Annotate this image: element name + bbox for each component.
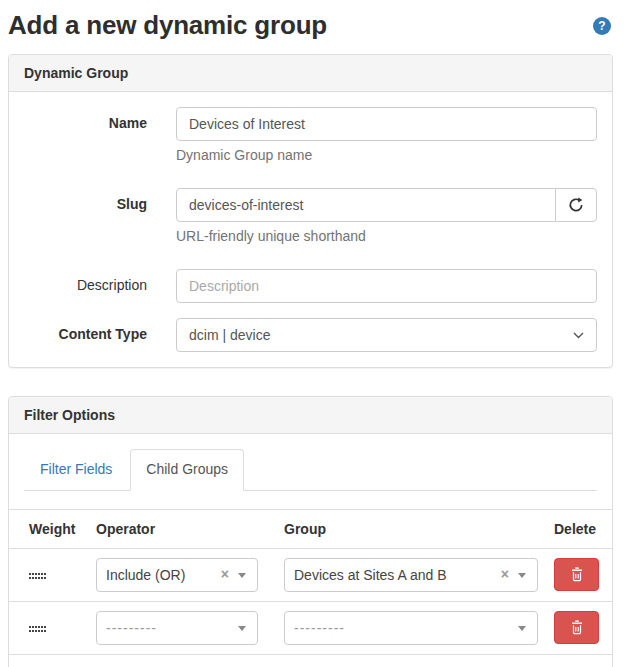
child-group-row: Include (OR) × Devices at Sites A and B … [9,548,612,601]
slug-help-text: URL-friendly unique shorthand [176,228,597,244]
caret-down-icon [518,573,526,578]
slug-input[interactable] [176,188,556,222]
content-type-label: Content Type [24,318,147,352]
slug-label: Slug [24,188,147,254]
tab-child-groups[interactable]: Child Groups [130,449,244,491]
filter-tabs: Filter Fields Child Groups [24,449,597,491]
column-header-group: Group [276,509,546,548]
filter-tabs-wrap: Filter Fields Child Groups [9,434,612,491]
delete-row-button[interactable] [554,611,599,644]
chevron-down-icon [573,332,584,339]
filter-options-panel-title: Filter Options [9,397,612,434]
page-container: Add a new dynamic group ? Dynamic Group … [8,10,613,667]
drag-handle-icon[interactable] [29,571,46,582]
column-header-delete: Delete [546,509,612,548]
trash-icon [570,567,584,582]
question-icon[interactable]: ? [593,17,611,35]
clear-selection-icon[interactable]: × [221,567,229,581]
name-input[interactable] [176,107,597,141]
trash-icon [570,620,584,635]
page-title: Add a new dynamic group [8,10,327,41]
group-select[interactable]: --------- [284,611,538,645]
caret-down-icon [518,626,526,631]
page-header: Add a new dynamic group ? [8,10,613,41]
content-type-select[interactable]: dcim | device [176,318,597,352]
group-select[interactable]: Devices at Sites A and B × [284,558,538,592]
refresh-icon [568,197,584,213]
child-group-row-partial [9,654,612,667]
operator-select[interactable]: --------- [96,611,258,645]
dynamic-group-panel: Dynamic Group Name Dynamic Group name Sl… [8,54,613,368]
name-field-group: Name Dynamic Group name [24,107,597,173]
slug-field-group: Slug URL-friendly unique shorthand [24,188,597,254]
tab-filter-fields[interactable]: Filter Fields [24,449,128,491]
operator-selected-value: Include (OR) [106,567,185,583]
column-header-weight: Weight [9,509,88,548]
content-type-selected-value: dcim | device [189,327,270,343]
description-label: Description [24,269,147,303]
column-header-operator: Operator [88,509,276,548]
clear-selection-icon[interactable]: × [501,567,509,581]
group-selected-value: --------- [294,620,345,636]
name-help-text: Dynamic Group name [176,147,597,163]
child-groups-table-header-row: Weight Operator Group Delete [9,509,612,548]
description-input[interactable] [176,269,597,303]
slug-regenerate-button[interactable] [555,188,597,222]
child-group-row: --------- --------- [9,601,612,654]
description-field-group: Description [24,269,597,303]
dynamic-group-panel-body: Name Dynamic Group name Slug [9,92,612,367]
dynamic-group-panel-title: Dynamic Group [9,55,612,92]
filter-options-panel: Filter Options Filter Fields Child Group… [8,396,613,667]
operator-select[interactable]: Include (OR) × [96,558,258,592]
name-label: Name [24,107,147,173]
content-type-field-group: Content Type dcim | device [24,318,597,352]
delete-row-button[interactable] [554,558,599,591]
operator-selected-value: --------- [106,620,157,636]
group-selected-value: Devices at Sites A and B [294,567,447,583]
caret-down-icon [238,573,246,578]
caret-down-icon [238,626,246,631]
drag-handle-icon[interactable] [29,624,46,635]
child-groups-table: Weight Operator Group Delete [9,509,612,667]
